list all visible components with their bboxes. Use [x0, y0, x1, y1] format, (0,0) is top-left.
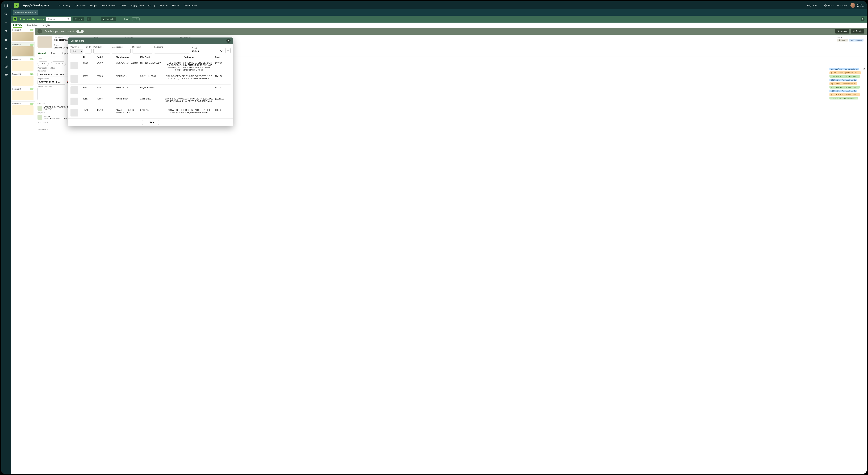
nav-productivity[interactable]: Productivity: [59, 4, 70, 7]
notification-chip[interactable]: 2 | 9/21/2023 | Purchase Order 21: [830, 82, 857, 85]
open-tabs: Purchase Requests ×: [11, 9, 867, 15]
add-button[interactable]: ＋: [87, 17, 91, 21]
nav-people[interactable]: People: [90, 4, 97, 7]
table-row[interactable]: 9434794347THERMON -MIQ-70E2H-2S$17.00: [70, 85, 230, 96]
collapse-icon[interactable]: [37, 29, 42, 33]
notification-chip[interactable]: 100 | 9/21/2023 | Purchase Order 21: [830, 68, 859, 70]
part-name-input[interactable]: [154, 49, 190, 54]
notification-chip[interactable]: 3 | 9/21/2023 | Purchase Order 21: [830, 78, 857, 81]
nav-manufacturing[interactable]: Manufacturing: [102, 4, 116, 7]
part-number-input[interactable]: [93, 49, 110, 54]
kebab-icon[interactable]: ⋮: [858, 79, 860, 81]
nav-quality[interactable]: Quality: [148, 4, 155, 7]
notification-chip[interactable]: n | 9/21/2023 | Purchase Order 21: [830, 90, 857, 92]
notification-chip[interactable]: ip | 100 | 9/21/2023 | Purchase Order 21: [830, 71, 861, 74]
view-limit-select[interactable]: 100: [70, 49, 83, 54]
search-input[interactable]: [48, 18, 67, 21]
tab-posts[interactable]: Posts: [51, 51, 56, 56]
col-id: ID: [83, 56, 95, 58]
col-name: Part name: [164, 56, 213, 58]
notification-chip[interactable]: | 1 | 9/21/2023 | Purchase Order 21: [830, 97, 858, 99]
search-box[interactable]: [46, 17, 71, 21]
logo-icon[interactable]: a: [14, 3, 19, 8]
nav-crm[interactable]: CRM: [121, 4, 126, 7]
list-item[interactable]: Request ID14: [11, 87, 35, 101]
table-row[interactable]: 4065340656Allen Bradley -22-RFD208EMC FI…: [70, 96, 230, 107]
user-menu[interactable]: Appollo Ascanio: [850, 3, 864, 8]
notification-chip[interactable]: in | 5 | 9/21/2023 | Purchase Order 21: [830, 86, 860, 89]
cloud-icon[interactable]: [4, 73, 8, 77]
nav-support[interactable]: Support: [160, 4, 168, 7]
select-button[interactable]: Select: [142, 120, 159, 125]
label-manufacturer: Manufacturer: [112, 46, 130, 48]
cell-name: -MINIATURE FILTER-REGULATOR- 1/4" PIPE S…: [164, 109, 213, 114]
apps-icon[interactable]: [4, 3, 8, 7]
errors-link[interactable]: Errors: [824, 4, 834, 7]
nav-development[interactable]: Development: [184, 4, 197, 7]
col-cost: Cost: [215, 56, 230, 58]
my-requests-button[interactable]: My requests: [101, 17, 116, 21]
svg-line-10: [7, 14, 7, 15]
notification-chip[interactable]: ip | 1 | 9/21/2023 | Purchase Order 21: [830, 93, 860, 96]
mfg-part-input[interactable]: [132, 49, 152, 54]
logout-link[interactable]: Logout: [837, 4, 847, 7]
module-header: ▣ Purchase Requests Filter ＋ My requests…: [11, 15, 867, 23]
archive-button[interactable]: Archive: [835, 29, 849, 33]
search-icon[interactable]: [4, 12, 8, 16]
copy-icon[interactable]: [219, 48, 224, 53]
tab-purchase-requests[interactable]: Purchase Requests ×: [13, 10, 38, 15]
run-icon[interactable]: [4, 56, 8, 59]
filter-button[interactable]: Filter: [73, 17, 84, 21]
table-row[interactable]: 8029980300SIEMENS -3SK1111-1AB30SIRIUS S…: [70, 73, 230, 85]
hero-image: [37, 36, 52, 48]
table-row[interactable]: 1371013710McMASTER CARR SUPPLY CO. -6746…: [70, 107, 230, 118]
tab-general[interactable]: General: [38, 51, 46, 56]
select-part-modal: Select part ✕ View limit 100 Part ID: [68, 37, 233, 126]
table-row[interactable]: 8479984799VAISALA INC. - WoburnHMP110 C1…: [70, 60, 230, 73]
nav-supply-chain[interactable]: Supply Chain: [130, 4, 144, 7]
close-icon[interactable]: ×: [863, 67, 865, 70]
add-icon[interactable]: ＋: [225, 48, 230, 53]
archive-icon: [837, 30, 839, 32]
requested-on-input[interactable]: [37, 80, 65, 85]
status-approval[interactable]: Approval: [51, 61, 66, 66]
list-item[interactable]: Request ID15: [11, 72, 35, 87]
tab-board-view[interactable]: Board view: [27, 24, 37, 28]
manufacturer-input[interactable]: [112, 49, 130, 54]
divider: [821, 4, 821, 7]
edit-tags-icon[interactable]: ✎: [841, 36, 842, 38]
nav-utilities[interactable]: Utilities: [172, 4, 180, 7]
count-value: 17: [132, 18, 140, 21]
help-icon[interactable]: ?: [4, 30, 8, 33]
kebab-icon[interactable]: ⋮: [858, 90, 860, 92]
kebab-icon[interactable]: ⋮: [860, 68, 862, 70]
module-title: Purchase Requests: [20, 18, 44, 21]
tag-maintenance[interactable]: Maintenance: [849, 39, 864, 41]
chat-icon[interactable]: [4, 47, 8, 51]
module-icon: ▣: [13, 17, 18, 21]
tab-insights[interactable]: Insights: [43, 24, 50, 28]
list-item[interactable]: Request ID18: [11, 28, 35, 42]
tag-dropship[interactable]: Dropship: [837, 39, 848, 41]
nav-operations[interactable]: Operations: [75, 4, 86, 7]
delete-button[interactable]: Delete: [851, 29, 864, 33]
cell-mfg: 6746K15: [140, 109, 163, 111]
part-image: [70, 98, 78, 105]
bell-icon[interactable]: [4, 38, 8, 42]
cell-name: SIRIUS SAFETY RELAY, 3 NO CONTACTS+1 NO …: [164, 75, 213, 80]
close-icon[interactable]: ✕: [226, 38, 230, 43]
list-item[interactable]: Request ID16: [11, 57, 35, 72]
cell-part: 80300: [97, 75, 114, 77]
module-help-icon[interactable]: ?: [861, 17, 865, 21]
status-draft[interactable]: Draft: [37, 61, 49, 66]
tab-list-view[interactable]: List view: [13, 24, 22, 28]
part-id-input[interactable]: [85, 49, 92, 54]
user-last: Ascanio: [857, 5, 864, 7]
list-item[interactable]: Request ID13: [11, 101, 35, 116]
plus-icon[interactable]: [4, 21, 8, 25]
list-item[interactable]: Request ID17: [11, 42, 35, 57]
close-icon[interactable]: ×: [35, 11, 36, 14]
cell-id: 84799: [83, 62, 95, 64]
clock-icon[interactable]: [4, 64, 8, 68]
notification-chip[interactable]: | 100 | 9/21/2023 | Purchase Order 21: [830, 75, 860, 77]
